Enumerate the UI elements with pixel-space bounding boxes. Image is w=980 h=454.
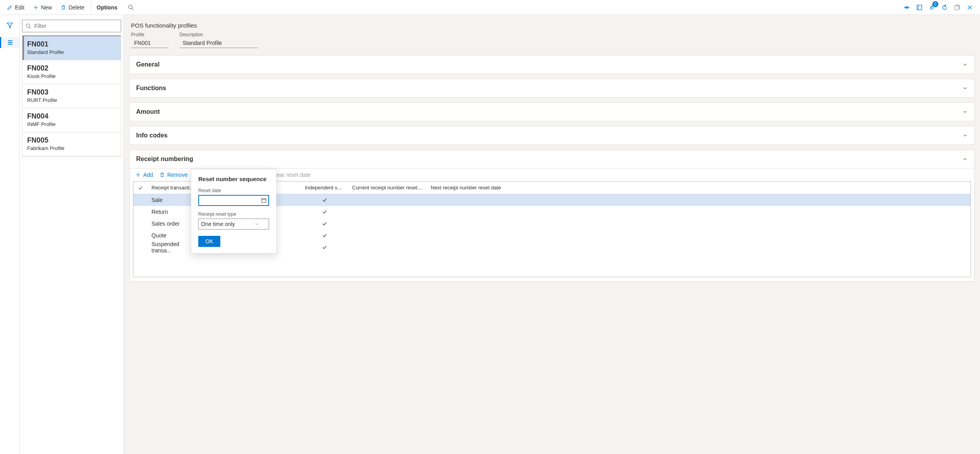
list-panel: FN001 Standard ProfileFN002 Kiosk Profil… xyxy=(20,15,124,454)
fasttab-infocodes-title: Info codes xyxy=(136,132,168,139)
ok-label: OK xyxy=(205,238,213,245)
profile-field: Profile FN001 xyxy=(131,32,168,48)
row-independent-check xyxy=(301,231,348,240)
row-current-reset xyxy=(348,222,427,225)
filter-funnel-icon[interactable] xyxy=(4,20,15,31)
row-independent-check xyxy=(301,208,348,216)
row-next-reset xyxy=(427,246,545,249)
list-item[interactable]: FN002 Kiosk Profile xyxy=(22,60,121,84)
left-rail xyxy=(0,15,20,454)
svg-point-0 xyxy=(128,5,132,9)
ok-button[interactable]: OK xyxy=(198,236,220,247)
row-selector[interactable] xyxy=(133,234,148,237)
list-item-desc: Fabrikam Profile xyxy=(27,145,116,151)
fasttab-general[interactable]: General xyxy=(129,55,974,74)
filter-search-icon xyxy=(26,23,31,29)
grid-header-next-reset[interactable]: Next receipt number reset date xyxy=(427,182,545,194)
fasttab-amount-title: Amount xyxy=(136,108,160,115)
reset-date-input[interactable] xyxy=(198,195,269,206)
top-command-bar: Edit New Delete Options 0 xyxy=(0,0,980,15)
svg-point-3 xyxy=(26,24,30,28)
options-label: Options xyxy=(97,4,118,11)
search-button[interactable] xyxy=(124,2,138,13)
edit-icon xyxy=(7,5,13,10)
add-label: Add xyxy=(143,172,153,178)
row-selector[interactable] xyxy=(133,246,148,249)
profile-list: FN001 Standard ProfileFN002 Kiosk Profil… xyxy=(22,35,121,157)
list-item[interactable]: FN004 INMF Profile xyxy=(22,108,121,132)
edit-label: Edit xyxy=(15,4,24,11)
calendar-icon[interactable] xyxy=(261,198,267,204)
reset-type-select[interactable]: One time only xyxy=(198,219,269,230)
new-label: New xyxy=(41,4,52,11)
plus-icon xyxy=(135,172,141,178)
delete-label: Delete xyxy=(68,4,84,11)
refresh-icon[interactable] xyxy=(941,4,949,11)
chevron-up-icon xyxy=(962,156,968,162)
reset-sequence-popup: Reset number sequence Reset date Receipt… xyxy=(191,169,277,254)
popout-icon[interactable] xyxy=(953,4,961,11)
row-current-reset xyxy=(348,198,427,202)
popup-title: Reset number sequence xyxy=(198,176,269,182)
reset-date-field-label: Reset date xyxy=(198,188,269,193)
options-button[interactable]: Options xyxy=(91,2,122,13)
fasttab-receipt-numbering: Receipt numbering Add Remove Receipt num… xyxy=(129,150,974,282)
grid-header-select[interactable] xyxy=(133,182,148,194)
description-value[interactable]: Standard Profile xyxy=(179,38,258,48)
list-item-code: FN002 xyxy=(27,64,116,72)
list-item-desc: Kiosk Profile xyxy=(27,73,116,79)
list-item-desc: INMF Profile xyxy=(27,121,116,127)
clear-reset-label: Clear reset date xyxy=(271,172,311,178)
filter-box[interactable] xyxy=(22,20,121,32)
list-item-code: FN004 xyxy=(27,112,116,120)
row-selector[interactable] xyxy=(133,210,148,213)
grid-header-current-reset[interactable]: Current receipt number reset date xyxy=(348,182,427,194)
chevron-down-icon xyxy=(962,133,968,138)
row-selector[interactable] xyxy=(133,222,148,225)
main-layout: FN001 Standard ProfileFN002 Kiosk Profil… xyxy=(0,15,980,454)
top-bar-right: 0 xyxy=(903,4,977,11)
filter-input[interactable] xyxy=(34,23,118,29)
add-button[interactable]: Add xyxy=(135,172,153,178)
connector-icon[interactable] xyxy=(903,4,911,11)
row-next-reset xyxy=(427,198,545,202)
fasttab-receipt-header[interactable]: Receipt numbering xyxy=(130,150,974,168)
fasttab-functions-title: Functions xyxy=(136,85,166,92)
list-item[interactable]: FN005 Fabrikam Profile xyxy=(22,132,121,156)
list-item-desc: RURT Profile xyxy=(27,97,116,103)
description-label: Description xyxy=(179,32,258,37)
chevron-down-icon xyxy=(962,62,968,67)
row-current-reset xyxy=(348,234,427,237)
row-independent-check xyxy=(301,219,348,228)
grid-header-independent[interactable]: Independent se... xyxy=(301,182,348,194)
search-icon xyxy=(128,4,134,10)
row-current-reset xyxy=(348,246,427,249)
attachments-icon[interactable]: 0 xyxy=(928,4,936,11)
chevron-down-icon xyxy=(255,222,259,226)
list-item[interactable]: FN003 RURT Profile xyxy=(22,84,121,108)
row-selector[interactable] xyxy=(133,198,148,202)
list-item[interactable]: FN001 Standard Profile xyxy=(22,36,121,60)
list-item-desc: Standard Profile xyxy=(27,49,116,55)
description-field: Description Standard Profile xyxy=(179,32,258,48)
list-view-icon[interactable] xyxy=(0,37,19,48)
fasttab-amount[interactable]: Amount xyxy=(129,102,974,121)
new-button[interactable]: New xyxy=(29,2,56,13)
profile-value[interactable]: FN001 xyxy=(131,38,168,48)
row-current-reset xyxy=(348,210,427,213)
office-icon[interactable] xyxy=(915,4,923,11)
plus-icon xyxy=(33,5,39,10)
svg-rect-2 xyxy=(955,6,959,10)
remove-button[interactable]: Remove xyxy=(159,172,188,178)
list-item-code: FN003 xyxy=(27,88,116,96)
fasttab-info-codes[interactable]: Info codes xyxy=(129,126,974,145)
delete-button[interactable]: Delete xyxy=(57,2,88,13)
edit-button[interactable]: Edit xyxy=(3,2,28,13)
fasttab-functions[interactable]: Functions xyxy=(129,79,974,98)
trash-icon xyxy=(159,172,165,178)
fasttab-general-title: General xyxy=(136,61,160,68)
svg-rect-4 xyxy=(262,198,266,202)
close-icon[interactable] xyxy=(966,4,974,11)
row-independent-check xyxy=(301,196,348,204)
row-next-reset xyxy=(427,210,545,213)
